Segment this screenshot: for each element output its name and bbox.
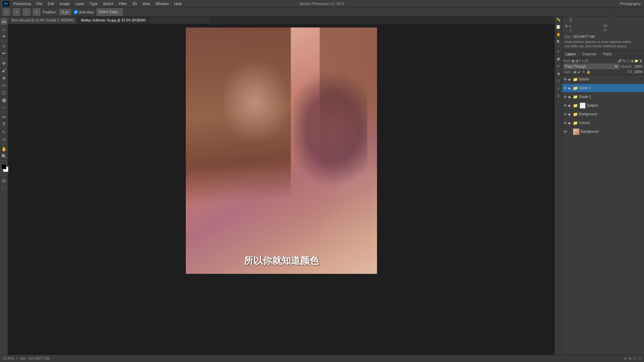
lock-image-btn[interactable]: 🖌 (577, 70, 581, 74)
lock-transparent-btn[interactable]: ▦ (573, 70, 577, 74)
panel-icon-layers[interactable]: ≡ (555, 48, 562, 55)
menu-filter[interactable]: Filter (116, 1, 129, 6)
expand-bg-group[interactable]: ▶ (569, 113, 572, 116)
tool-clone-stamp[interactable]: ⊗ (1, 74, 7, 81)
panel-icon-channels[interactable]: ▦ (555, 55, 562, 62)
panel-icon-histogram[interactable]: ▭ (555, 85, 562, 92)
layer-group-icon[interactable]: 📁 (634, 59, 638, 63)
layer-background[interactable]: 👁 Background (562, 127, 644, 136)
tool-brush[interactable]: 🖌 (1, 67, 7, 74)
expand-grade2[interactable]: ▶ (569, 86, 572, 90)
tool-eraser[interactable]: ◻ (1, 89, 7, 96)
expand-correct[interactable]: ▶ (569, 121, 572, 125)
layer-subject[interactable]: 👁 ▶ 📁 Subject (562, 101, 644, 110)
panel-icon-paths[interactable]: ✏ (555, 63, 562, 69)
tool-pen[interactable]: ✏ (1, 114, 7, 120)
layer-grade1[interactable]: 👁 ▶ 📁 Grade 1 (562, 93, 644, 101)
filter-adj-icon[interactable]: ◑ (575, 59, 578, 63)
tool-spot-healing[interactable]: ⊕ (1, 60, 7, 66)
eye-correct[interactable]: 👁 (564, 121, 568, 125)
layer-grade2[interactable]: 👁 ▶ 📁 Grade 2 (562, 84, 644, 93)
eye-details[interactable]: 👁 (564, 77, 568, 81)
menu-layer[interactable]: Layer (72, 1, 87, 6)
menu-3d[interactable]: 3D (129, 1, 140, 6)
panel-icon-hand[interactable]: ✋ (555, 31, 562, 38)
tool-screen-mode[interactable]: ⬛ (1, 184, 7, 191)
layer-background-name: Background (581, 130, 643, 133)
layer-adj-icon[interactable]: ◑ (630, 59, 633, 63)
lasso-tool-add[interactable]: + (13, 8, 20, 16)
layer-details[interactable]: 👁 ▶ 📁 Details (562, 75, 644, 84)
tool-marquee[interactable]: ▭ (1, 18, 7, 25)
lock-all-btn[interactable]: 🔒 (586, 70, 591, 74)
menu-photoshop[interactable]: Photoshop (11, 1, 34, 6)
filter-pixel-icon[interactable]: ▦ (572, 59, 575, 63)
status-icon-2[interactable]: ⊗ (629, 357, 631, 360)
eye-grade1[interactable]: 👁 (564, 95, 568, 99)
lasso-tool-intersect[interactable]: × (33, 8, 40, 16)
layer-correct[interactable]: 👁 ▶ 📁 Correct (562, 119, 644, 127)
menu-file[interactable]: File (34, 1, 45, 6)
blend-mode-select[interactable]: Pass Through Normal Multiply (564, 64, 619, 69)
menu-window[interactable]: Window (153, 1, 171, 6)
panel-icon-ruler[interactable]: 📏 (555, 16, 562, 23)
tool-path-selection[interactable]: ↖ (1, 128, 7, 135)
panel-icon-zoom[interactable]: 🔍 (555, 38, 562, 45)
layer-background-group[interactable]: 👁 ▶ 📁 Background (562, 110, 644, 119)
feather-input[interactable] (59, 9, 71, 15)
tool-magic-wand[interactable]: ✦ (1, 33, 7, 40)
tool-gradient[interactable]: ▦ (1, 97, 7, 103)
eye-subject[interactable]: 👁 (564, 104, 568, 108)
filter-smart-icon[interactable]: ☰ (585, 59, 588, 63)
eye-bg-group[interactable]: 👁 (564, 112, 568, 116)
link-layers-icon[interactable]: 🔗 (618, 59, 622, 63)
panel-icon-styles[interactable]: ⬡ (555, 77, 562, 84)
lock-position-btn[interactable]: ✛ (582, 70, 585, 74)
tab-2[interactable]: Melika- Editorial- 5a.jpg @ 33.3% (RGB/8… (77, 17, 150, 24)
expand-details[interactable]: ▶ (569, 78, 572, 81)
eye-grade2[interactable]: 👁 (564, 86, 568, 90)
layer-filter-icons: ▦ ◑ T ▭ ☰ (572, 59, 588, 63)
expand-subject[interactable]: ▶ (569, 104, 572, 107)
tool-hand[interactable]: ✋ (1, 145, 7, 152)
tool-lasso[interactable]: ⌕ (1, 25, 7, 32)
layer-style-icon[interactable]: fx (623, 59, 626, 63)
panel-icon-note[interactable]: 📝 (555, 23, 562, 30)
panel-icon-adjustments[interactable]: ◑ (555, 70, 562, 77)
tool-crop[interactable]: ⊹ (1, 43, 7, 49)
status-icon-3[interactable]: ▭ (633, 357, 636, 360)
panel-icon-info[interactable]: ℹ (555, 92, 562, 99)
tab-layers[interactable]: Layers (562, 52, 579, 57)
tool-history-brush[interactable]: ↩ (1, 82, 7, 88)
tab-1[interactable]: Bree-8A.psd @ 20.9% (Grade 2, RGB/8#) (8, 17, 77, 24)
menu-select[interactable]: Select (100, 1, 116, 6)
expand-grade1[interactable]: ▶ (569, 95, 572, 99)
foreground-color-swatch[interactable] (1, 164, 6, 169)
filter-type-icon[interactable]: T (579, 59, 581, 63)
status-icon-4[interactable]: ⬡ (638, 357, 641, 360)
menu-edit[interactable]: Edit (45, 1, 57, 6)
layer-mask-icon[interactable]: ◻ (627, 59, 629, 63)
menu-view[interactable]: View (140, 1, 153, 6)
tool-zoom[interactable]: 🔍 (1, 153, 7, 160)
status-icon-1[interactable]: ⊕ (624, 357, 627, 360)
menu-help[interactable]: Help (171, 1, 184, 6)
tool-quick-mask[interactable]: ◎ (1, 177, 7, 184)
tool-dodge[interactable]: ○ (1, 104, 7, 111)
tab-paths[interactable]: Paths (600, 52, 615, 57)
tool-shape[interactable]: ▭ (1, 136, 7, 142)
layer-delete-icon[interactable]: 🗑 (639, 59, 643, 63)
refine-edge-btn[interactable]: Refine Edge... (97, 8, 122, 16)
eye-background[interactable]: 👁 (564, 130, 568, 134)
menu-image[interactable]: Image (57, 1, 72, 6)
menu-type[interactable]: Type (87, 1, 100, 6)
folder-subject-icon: 📁 (573, 103, 578, 108)
lasso-tool-options[interactable]: ⌕ (3, 8, 10, 16)
anti-alias-checkbox[interactable] (74, 10, 78, 14)
tool-eyedropper[interactable]: ✒ (1, 50, 7, 57)
layers-list: 👁 ▶ 📁 Details 👁 ▶ 📁 Grade 2 👁 ▶ 📁 Grade … (562, 75, 644, 355)
lasso-tool-subtract[interactable]: − (23, 8, 30, 16)
filter-shape-icon[interactable]: ▭ (582, 59, 585, 63)
tool-type[interactable]: T (1, 121, 7, 128)
tab-channels[interactable]: Channels (579, 52, 600, 57)
